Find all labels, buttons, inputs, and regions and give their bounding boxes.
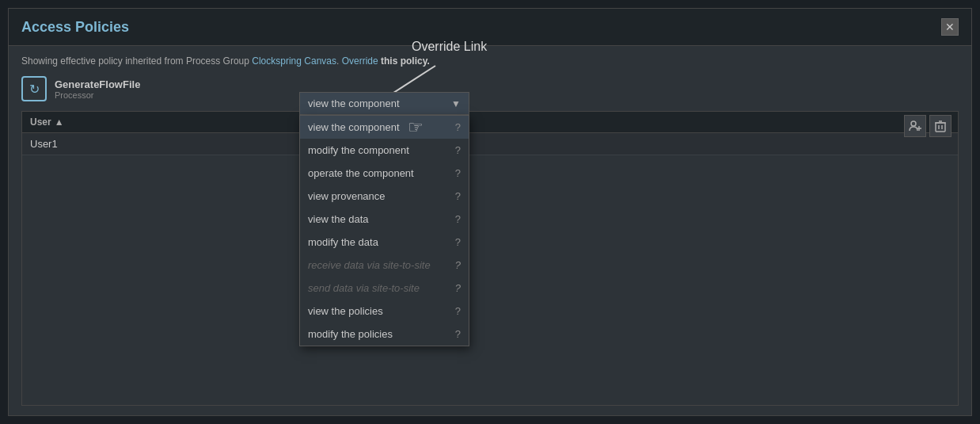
- group-link[interactable]: Clockspring Canvas: [252, 55, 336, 67]
- dropdown-selected-label: view the component: [308, 97, 400, 109]
- delete-button[interactable]: [929, 115, 952, 137]
- help-icon[interactable]: ?: [455, 328, 461, 340]
- component-type: Processor: [55, 90, 140, 100]
- delete-icon: [935, 120, 946, 132]
- dropdown-item-modify-data[interactable]: modify the data ?: [300, 231, 469, 254]
- dropdown-menu: view the component ? modify the componen…: [299, 115, 469, 346]
- help-icon[interactable]: ?: [455, 305, 461, 317]
- dropdown-container: view the component ▼ view the component …: [299, 92, 469, 346]
- close-button[interactable]: ✕: [941, 18, 959, 36]
- dropdown-item-label: view the data: [308, 213, 369, 225]
- svg-point-0: [911, 121, 916, 126]
- dropdown-item-label: modify the policies: [308, 328, 393, 340]
- dropdown-item-label: receive data via site-to-site: [308, 259, 431, 271]
- dialog-body: Showing effective policy inherited from …: [9, 46, 971, 415]
- override-link[interactable]: Override: [342, 55, 378, 67]
- dropdown-item-view-provenance[interactable]: view provenance ?: [300, 185, 469, 208]
- dropdown-item-view-data[interactable]: view the data ?: [300, 208, 469, 231]
- dropdown-item-view-component-1[interactable]: view the component ?: [300, 116, 469, 139]
- dropdown-item-label: modify the component: [308, 144, 409, 156]
- user-header-label: User: [30, 117, 51, 128]
- component-row: ↻ GenerateFlowFile Processor: [21, 76, 959, 101]
- table-row: User1: [22, 133, 958, 155]
- policy-info: Showing effective policy inherited from …: [21, 55, 959, 67]
- component-icon-symbol: ↻: [29, 82, 40, 97]
- access-policies-dialog: Access Policies ✕ Showing effective poli…: [8, 8, 972, 416]
- policy-separator: .: [336, 55, 339, 67]
- policy-prefix: Showing effective policy inherited from …: [21, 55, 249, 67]
- table-header: User ▲: [22, 112, 958, 133]
- dropdown-item-label: view the policies: [308, 305, 383, 317]
- component-name: GenerateFlowFile: [55, 78, 140, 90]
- chevron-down-icon: ▼: [451, 98, 461, 109]
- policy-suffix: this policy.: [381, 55, 430, 67]
- dialog-header: Access Policies ✕: [9, 9, 971, 46]
- user-column-header[interactable]: User ▲: [30, 117, 64, 128]
- component-info: GenerateFlowFile Processor: [55, 78, 140, 100]
- help-icon[interactable]: ?: [455, 121, 461, 133]
- help-icon: ?: [455, 282, 461, 294]
- dropdown-item-modify-component[interactable]: modify the component ?: [300, 139, 469, 162]
- table-area: User ▲: [21, 111, 959, 406]
- dropdown-trigger[interactable]: view the component ▼: [299, 92, 469, 115]
- dropdown-item-label: send data via site-to-site: [308, 282, 420, 294]
- user-name: User1: [30, 138, 58, 150]
- dropdown-item-label: modify the data: [308, 236, 378, 248]
- table-actions: [904, 115, 952, 137]
- help-icon[interactable]: ?: [455, 236, 461, 248]
- dropdown-item-send-data: send data via site-to-site ?: [300, 277, 469, 300]
- dialog-title: Access Policies: [21, 19, 129, 36]
- dropdown-item-operate-component[interactable]: operate the component ?: [300, 162, 469, 185]
- dropdown-item-view-policies[interactable]: view the policies ?: [300, 300, 469, 323]
- component-icon: ↻: [21, 76, 47, 101]
- help-icon[interactable]: ?: [455, 213, 461, 225]
- help-icon[interactable]: ?: [455, 144, 461, 156]
- add-user-icon: [909, 120, 921, 132]
- svg-rect-3: [936, 123, 945, 132]
- help-icon: ?: [455, 259, 461, 271]
- dropdown-item-receive-data: receive data via site-to-site ?: [300, 254, 469, 277]
- sort-indicator: ▲: [55, 117, 64, 128]
- dropdown-item-modify-policies[interactable]: modify the policies ?: [300, 323, 469, 346]
- help-icon[interactable]: ?: [455, 167, 461, 179]
- dropdown-item-label: operate the component: [308, 167, 414, 179]
- dropdown-item-label: view provenance: [308, 190, 386, 202]
- help-icon[interactable]: ?: [455, 190, 461, 202]
- add-user-button[interactable]: [904, 115, 926, 137]
- dropdown-item-label: view the component: [308, 121, 400, 133]
